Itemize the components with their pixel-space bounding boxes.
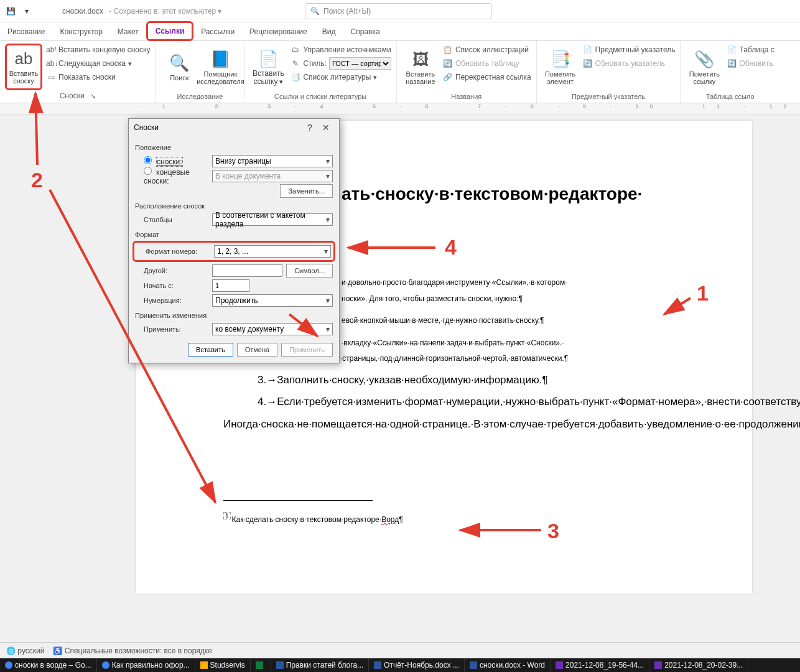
custom-mark-input[interactable] bbox=[212, 264, 282, 277]
group-toa: 📎Пометить ссылку 📄Таблица с 🔄Обновить Та… bbox=[681, 41, 779, 103]
endnotes-position-select: В конце документа▾ bbox=[212, 170, 333, 182]
annotation-4: 4 bbox=[445, 235, 457, 259]
insert-index-button[interactable]: 📄Предметный указатель bbox=[583, 44, 676, 56]
apply-to-select[interactable]: ко всему документу▾ bbox=[212, 323, 333, 335]
numbering-select[interactable]: Продолжить▾ bbox=[212, 294, 333, 307]
group-label-footnotes: Сноски ↘ bbox=[5, 90, 150, 101]
paragraph: и·довольно·просто·благодаря·инструменту·… bbox=[342, 274, 727, 306]
tab-view[interactable]: Вид bbox=[315, 24, 343, 40]
insert-citation-button[interactable]: 📄Вставить ссылку ▾ bbox=[249, 44, 287, 91]
footnote-icon: ab bbox=[15, 49, 33, 68]
status-bar: 🌐 русский ♿ Специальные возможности: все… bbox=[0, 642, 800, 658]
undo-dropdown-icon[interactable]: ▾ bbox=[21, 6, 32, 17]
magnifier-icon: 🔍 bbox=[169, 54, 189, 73]
group-footnotes: ab Вставить сноску ab¹Вставить концевую … bbox=[0, 41, 156, 103]
help-icon[interactable]: ? bbox=[302, 123, 318, 133]
ribbon-tabs: Рисование Конструктор Макет Ссылки Рассы… bbox=[0, 22, 800, 41]
cross-reference-button[interactable]: 🔗Перекрестная ссылка bbox=[443, 71, 531, 83]
list-item: 3.→Заполнить·сноску,·указав·необходимую·… bbox=[258, 372, 727, 388]
section-apply: Применить изменения bbox=[135, 312, 333, 319]
taskbar-item[interactable]: Отчёт-Ноябрь.docx ... bbox=[369, 658, 465, 672]
radio-footnotes[interactable]: сноски: bbox=[135, 156, 208, 166]
group-research: 🔍Поиск 📘Помощник исследователя Исследова… bbox=[156, 41, 244, 103]
apply-to-label: Применить: bbox=[135, 325, 208, 333]
language-indicator[interactable]: 🌐 русский bbox=[6, 646, 44, 655]
list-item: ·установлена·внизу·страницы,·под·длинной… bbox=[273, 350, 727, 366]
style-select[interactable]: ✎Стиль: ГОСТ — сортиро bbox=[291, 57, 391, 70]
group-label-captions: Названия bbox=[402, 91, 531, 101]
group-label-toa: Таблица ссыло bbox=[686, 91, 774, 101]
cancel-button[interactable]: Отмена bbox=[237, 343, 277, 357]
tab-drawing[interactable]: Рисование bbox=[0, 24, 52, 40]
tab-mailings[interactable]: Рассылки bbox=[193, 24, 242, 40]
taskbar-item[interactable]: сноски в ворде – Go... bbox=[0, 658, 97, 672]
taskbar-item[interactable]: 2021-12-08_20-02-39... bbox=[649, 658, 748, 672]
update-toa-button[interactable]: 🔄Обновить bbox=[727, 57, 774, 70]
taskbar-item[interactable]: 2021-12-08_19-56-44... bbox=[551, 658, 649, 672]
insert-endnote-button[interactable]: ab¹Вставить концевую сноску bbox=[46, 44, 150, 56]
dialog-title: Сноски bbox=[134, 123, 159, 132]
bibliography-button[interactable]: 📑Список литературы ▾ bbox=[291, 71, 391, 83]
annotation-1: 1 bbox=[697, 281, 709, 306]
insert-caption-button[interactable]: 🖼Вставить название bbox=[402, 44, 439, 91]
numbering-label: Нумерация: bbox=[135, 297, 208, 304]
close-icon[interactable]: ✕ bbox=[318, 123, 334, 133]
update-table-button[interactable]: 🔄Обновить таблицу bbox=[443, 57, 531, 70]
insert-toa-button[interactable]: 📄Таблица с bbox=[727, 44, 774, 56]
mark-index-entry-button[interactable]: 📑Пометить элемент bbox=[542, 44, 579, 91]
next-footnote-button[interactable]: ab↓Следующая сноска ▾ bbox=[46, 57, 150, 70]
citation-icon: 📄 bbox=[258, 49, 278, 68]
taskbar-item[interactable] bbox=[251, 658, 271, 672]
toa-icon: 📎 bbox=[694, 50, 714, 69]
tab-design[interactable]: Конструктор bbox=[52, 24, 109, 40]
manage-sources-button[interactable]: 🗂Управление источниками bbox=[291, 44, 391, 56]
number-format-label: Формат номера: bbox=[137, 248, 210, 255]
apply-button[interactable]: Применить bbox=[281, 343, 333, 357]
document-filename: сноски.docx - Сохранено в: этот компьюте… bbox=[62, 7, 221, 16]
symbol-button[interactable]: Символ... bbox=[286, 264, 333, 278]
researcher-button[interactable]: 📘Помощник исследователя bbox=[202, 44, 239, 91]
list-of-figures-button[interactable]: 📋Список иллюстраций bbox=[443, 44, 531, 56]
start-at-input[interactable] bbox=[212, 279, 249, 292]
list-item: евой·кнопкой·мыши·в·месте,·где·нужно·пос… bbox=[342, 312, 727, 328]
footnote-separator bbox=[223, 500, 373, 501]
group-captions: 🖼Вставить название 📋Список иллюстраций 🔄… bbox=[397, 41, 537, 103]
mark-citation-button[interactable]: 📎Пометить ссылку bbox=[686, 44, 723, 91]
taskbar: сноски в ворде – Go... Как правильно офо… bbox=[0, 658, 800, 672]
taskbar-item[interactable]: Правки статей блога... bbox=[271, 658, 369, 672]
section-position: Положение bbox=[135, 144, 333, 151]
taskbar-item[interactable]: Как правильно офор... bbox=[97, 658, 195, 672]
search-input[interactable]: 🔍 Поиск (Alt+Ы) bbox=[305, 3, 491, 19]
footnotes-position-select[interactable]: Внизу страницы▾ bbox=[212, 155, 333, 167]
accessibility-status[interactable]: ♿ Специальные возможности: все в порядке bbox=[53, 646, 212, 655]
save-icon[interactable]: 💾 bbox=[5, 6, 16, 17]
tab-references[interactable]: Ссылки bbox=[146, 21, 193, 41]
list-item: ·вкладку·«Ссылки»·на·панели·задач·и·выбр… bbox=[342, 334, 727, 350]
insert-footnote-button[interactable]: ab Вставить сноску bbox=[5, 44, 42, 90]
columns-select[interactable]: В соответствии с макетом раздела▾ bbox=[212, 213, 333, 226]
tab-review[interactable]: Рецензирование bbox=[242, 24, 315, 40]
footnotes-dialog: Сноски ? ✕ Положение сноски: Внизу стран… bbox=[128, 118, 340, 363]
update-index-button[interactable]: 🔄Обновить указатель bbox=[583, 57, 676, 70]
document-viewport[interactable]: ать·сноску·в·текстовом·редакторе· и·дово… bbox=[0, 114, 800, 642]
number-format-select[interactable]: 1, 2, 3, ...▾ bbox=[214, 245, 331, 258]
taskbar-item[interactable]: Studservis bbox=[195, 658, 251, 672]
convert-button[interactable]: Заменить... bbox=[280, 184, 333, 198]
group-label-research: Исследование bbox=[160, 91, 239, 101]
section-layout: Расположение сносок bbox=[135, 202, 333, 210]
tab-help[interactable]: Справка bbox=[343, 24, 388, 40]
style-dropdown[interactable]: ГОСТ — сортиро bbox=[329, 57, 391, 70]
footnote-text[interactable]: 1Как·сделать·сноску·в·текстовом·редактор… bbox=[223, 513, 403, 525]
caption-icon: 🖼 bbox=[412, 50, 429, 69]
insert-button[interactable]: Вставить bbox=[188, 343, 233, 357]
show-footnotes-button[interactable]: ▭Показать сноски bbox=[46, 71, 150, 83]
search-button[interactable]: 🔍Поиск bbox=[160, 44, 198, 91]
taskbar-item[interactable]: сноски.docx - Word bbox=[465, 658, 551, 672]
radio-endnotes[interactable]: концевые сноски: bbox=[135, 167, 208, 185]
search-icon: 🔍 bbox=[310, 7, 320, 16]
annotation-2: 2 bbox=[31, 168, 43, 192]
book-icon: 📘 bbox=[210, 50, 230, 69]
group-label-citations: Ссылки и списки литературы bbox=[249, 91, 391, 101]
tab-layout[interactable]: Макет bbox=[110, 24, 146, 40]
start-at-label: Начать с: bbox=[135, 282, 208, 289]
